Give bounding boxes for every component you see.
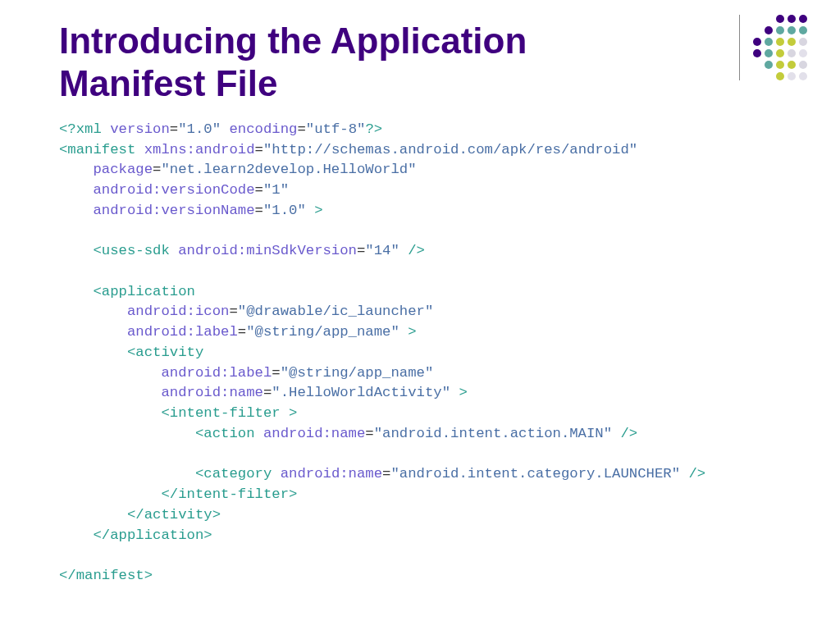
activity-label-value: "@string/app_name" [281,365,434,381]
activity-name-value: ".HelloWorldActivity" [272,385,450,400]
min-sdk-value: "14" [365,243,399,258]
slide: Introducing the Application Manifest Fil… [0,0,840,630]
header-row: Introducing the Application Manifest Fil… [59,20,791,105]
version-name-value: "1.0" [263,203,306,218]
category-name-value: "android.intent.category.LAUNCHER" [390,466,680,482]
xmlns-value: "http://schemas.android.com/apk/res/andr… [263,142,637,158]
xml-version-value: "1.0" [178,121,221,137]
xml-encoding-value: "utf-8" [306,121,366,137]
decorative-dots [739,15,807,80]
version-code-value: "1" [263,182,289,198]
app-label-value: "@string/app_name" [246,324,399,340]
action-name-value: "android.intent.action.MAIN" [374,426,612,441]
slide-title: Introducing the Application Manifest Fil… [59,20,682,105]
code-block: <?xml version="1.0" encoding="utf-8"?> <… [59,120,791,587]
app-icon-value: "@drawable/ic_launcher" [238,304,434,319]
package-value: "net.learn2develop.HelloWorld" [161,162,416,177]
